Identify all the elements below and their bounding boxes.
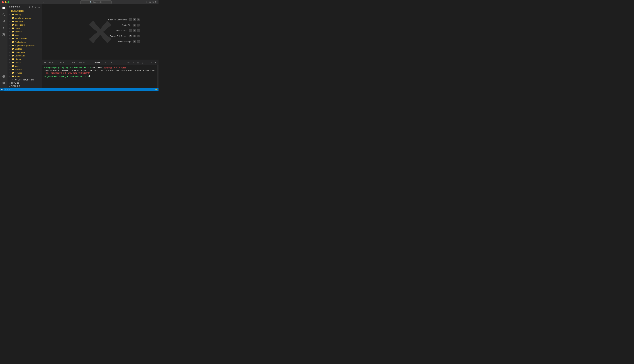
command-palette[interactable]: 🔍 liuguanglei: [80, 0, 112, 4]
extensions-activity-icon[interactable]: [0, 31, 7, 38]
layout-icon-4[interactable]: ⠿: [155, 1, 157, 4]
remote-button[interactable]: ⊕: [0, 88, 4, 91]
tab-ports[interactable]: PORTS: [103, 60, 114, 65]
command-toggle-fullscreen: Toggle Full Screen ⌃ ⌘ F: [108, 35, 140, 38]
tree-item-wns[interactable]: › 📁 .wns: [8, 33, 42, 37]
folder-icon: 📁: [12, 75, 15, 77]
new-file-icon[interactable]: +: [26, 6, 28, 8]
tree-item-oracle[interactable]: › 📁 .oracle_jre_usage: [8, 16, 42, 20]
explorer-title: EXPLORER: [9, 6, 20, 8]
folder-icon: 📁: [12, 54, 15, 57]
window-controls: [2, 1, 9, 3]
tree-item-applications-parallels[interactable]: › 📁 Applications (Parallels): [8, 44, 42, 47]
root-chevron: ▾: [9, 10, 11, 12]
terminal-scrollbar[interactable]: [157, 65, 158, 88]
status-bar: ⊕ ✕ 0 ⚠ 0 🔔: [0, 88, 158, 91]
tree-item-documents[interactable]: › 📁 Documents: [8, 50, 42, 54]
tab-problems[interactable]: PROBLEMS: [42, 60, 57, 65]
tree-item-desktop[interactable]: › 📁 Desktop: [8, 47, 42, 50]
term-cmd-1: echo $PATH: [91, 66, 102, 69]
tree-item-pictures[interactable]: › 📁 Pictures: [8, 71, 42, 74]
forward-button[interactable]: ›: [46, 1, 46, 4]
tree-item-sogouinput[interactable]: › 📁 .sogouinput: [8, 23, 42, 26]
tree-root-item[interactable]: ▾ LIUGUANGLEI: [8, 9, 42, 13]
root-label: LIUGUANGLEI: [11, 10, 42, 12]
folder-icon: 📁: [12, 24, 15, 26]
folder-icon: 📁: [12, 68, 15, 70]
search-activity-icon[interactable]: [0, 12, 7, 18]
run-debug-activity-icon[interactable]: [0, 25, 7, 31]
close-button[interactable]: [2, 1, 4, 3]
tree-item-vscode[interactable]: › 📁 .vscode: [8, 30, 42, 33]
term-prompt-1: ● liuguanglei@liuguangleis-MacBook-Pro ~…: [44, 66, 91, 69]
terminal-content[interactable]: ● liuguanglei@liuguangleis-MacBook-Pro ~…: [42, 65, 157, 88]
folder-icon: 📁: [12, 27, 15, 29]
maximize-button[interactable]: [8, 1, 9, 3]
refresh-icon[interactable]: ↻: [32, 6, 34, 8]
bell-icon: 🔔: [155, 88, 157, 90]
new-terminal-button[interactable]: +: [132, 61, 136, 64]
collapse-icon[interactable]: ⊟: [35, 6, 37, 8]
sidebar-header: EXPLORER + ⊞ ↻ ⊟ …: [8, 4, 42, 9]
terminal-shell-icon: ⊡: [125, 62, 126, 64]
tab-ports-label: PORTS: [105, 61, 112, 64]
cmd-fullscreen-label: Toggle Full Screen: [110, 35, 127, 37]
source-control-activity-icon[interactable]: [0, 18, 7, 24]
minimize-button[interactable]: [5, 1, 6, 3]
panel-right-buttons: ⊡ zsh + ⊟ 🗑 … ∧ ✕: [124, 61, 158, 64]
tree-item-parallels[interactable]: › 📁 Parallels: [8, 68, 42, 71]
split-terminal-button[interactable]: ⊟: [136, 61, 140, 64]
notification-bell[interactable]: 🔔: [154, 88, 158, 91]
command-show-settings: Show Settings ⌘ ,: [108, 40, 140, 43]
timeline-section[interactable]: › TIMELINE: [8, 84, 42, 88]
warning-icon: ⚠: [9, 88, 10, 90]
error-count: 0: [7, 88, 8, 90]
errors-warnings[interactable]: ✕ 0 ⚠ 0: [4, 88, 13, 91]
tree-item-config[interactable]: › 📁 .config: [8, 13, 42, 16]
folder-icon: 📁: [12, 58, 15, 60]
tree-item-applications[interactable]: › 📁 Applications: [8, 40, 42, 44]
layout-icon-3[interactable]: ⊞: [152, 1, 154, 4]
tree-item-downloads[interactable]: › 📁 Downloads: [8, 54, 42, 58]
tab-problems-label: PROBLEMS: [44, 61, 54, 64]
folder-icon: 📁: [12, 38, 15, 40]
more-actions-icon[interactable]: …: [38, 6, 40, 8]
folder-icon: 📁: [12, 14, 15, 16]
term-cursor: [88, 75, 90, 77]
welcome-screen: Show All Commands ⌃ ⌘ P Go to File ⌘ P F: [42, 4, 158, 60]
back-button[interactable]: ‹: [43, 1, 44, 4]
tree-item-cfusertext[interactable]: ≡ .CFUserTextEncoding: [8, 78, 42, 82]
explorer-activity-icon[interactable]: [0, 5, 7, 11]
warning-count: 0: [11, 88, 12, 90]
search-palette-icon: 🔍: [90, 1, 92, 3]
tree-item-zsh-sessions[interactable]: › 📁 .zsh_sessions: [8, 37, 42, 40]
new-folder-icon[interactable]: ⊞: [29, 6, 31, 8]
trash-terminal-button[interactable]: 🗑: [141, 61, 144, 64]
settings-activity-icon[interactable]: [0, 80, 7, 86]
tree-item-snipaste[interactable]: › 📁 .snipaste: [8, 20, 42, 23]
more-terminal-button[interactable]: …: [145, 61, 148, 64]
layout-icon-2[interactable]: ▤: [149, 1, 151, 4]
tree-item-movies[interactable]: › 📁 Movies: [8, 61, 42, 64]
folder-icon: 📁: [12, 17, 15, 19]
tab-debug-console-label: DEBUG CONSOLE: [71, 61, 87, 64]
close-panel-button[interactable]: ✕: [154, 61, 157, 64]
tree-item-music[interactable]: › 📁 Music: [8, 64, 42, 68]
term-highlight-text: 系统 PATH环境变量包含 QQ的 PATH 环境变量配置: [44, 72, 90, 75]
terminal-body: ● liuguanglei@liuguangleis-MacBook-Pro ~…: [42, 65, 158, 88]
tree-item-trash[interactable]: › 📁 .Trash: [8, 26, 42, 30]
sidebar: EXPLORER + ⊞ ↻ ⊟ … ▾ LIUGUANGLEI › 📁 .co…: [8, 4, 42, 88]
tree-item-public[interactable]: › 📁 Public: [8, 74, 42, 78]
tree-item-library[interactable]: › 📁 Library: [8, 58, 42, 61]
layout-icon-1[interactable]: ⊡: [146, 1, 148, 4]
tab-debug-console[interactable]: DEBUG CONSOLE: [69, 60, 90, 65]
tab-output[interactable]: OUTPUT: [57, 60, 69, 65]
tab-terminal[interactable]: TERMINAL: [90, 60, 103, 65]
outline-section[interactable]: › OUTLINE: [8, 82, 42, 84]
maximize-panel-button[interactable]: ∧: [150, 61, 153, 64]
term-line-2: /usr/local/bin:/System/Cryptexes/App/usr…: [44, 69, 156, 72]
terminal-instance-label[interactable]: ⊡ zsh: [124, 61, 131, 64]
account-activity-icon[interactable]: [0, 73, 7, 80]
cmd-show-all-label: Show All Commands: [108, 18, 127, 21]
cmd-find-files-label: Find in Files: [116, 30, 127, 32]
